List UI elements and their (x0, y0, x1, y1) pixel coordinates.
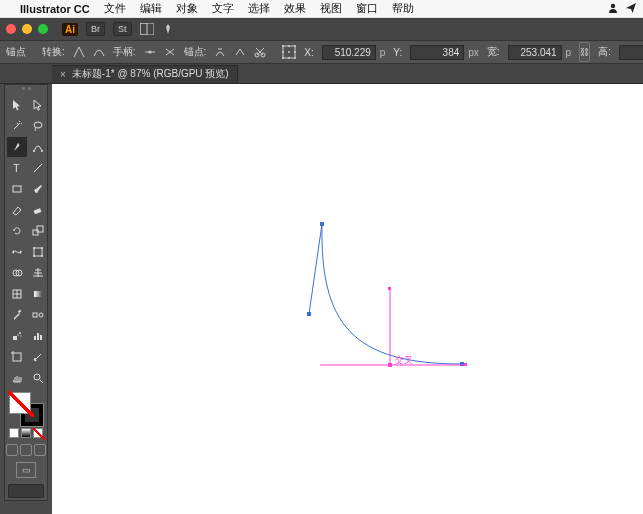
menu-help[interactable]: 帮助 (392, 1, 414, 16)
draw-inside-button[interactable] (34, 444, 46, 456)
width-tool[interactable] (7, 242, 27, 262)
menu-type[interactable]: 文字 (212, 1, 234, 16)
svg-point-55 (19, 332, 21, 334)
w-label: 宽: (487, 45, 500, 59)
link-wh-icon[interactable]: ⛓ (579, 42, 590, 62)
toolbox: T (4, 84, 48, 501)
svg-rect-58 (34, 336, 36, 340)
svg-line-35 (34, 164, 42, 172)
panel-grip[interactable] (7, 87, 45, 93)
zoom-window-button[interactable] (38, 24, 48, 34)
lasso-tool[interactable] (28, 116, 48, 136)
rotate-tool[interactable] (7, 221, 27, 241)
selection-tool[interactable] (7, 95, 27, 115)
cut-path-icon[interactable] (254, 45, 266, 59)
app-menu[interactable]: Illustrator CC (20, 3, 90, 15)
svg-point-57 (20, 335, 21, 336)
svg-point-33 (41, 150, 43, 152)
minimize-window-button[interactable] (22, 24, 32, 34)
menu-effect[interactable]: 效果 (284, 1, 306, 16)
close-window-button[interactable] (6, 24, 16, 34)
none-mode-button[interactable] (33, 428, 43, 438)
svg-rect-52 (33, 313, 37, 317)
canvas[interactable]: 交叉 (52, 84, 643, 514)
tray-paperplane-icon[interactable] (625, 2, 637, 16)
column-graph-tool[interactable] (28, 326, 48, 346)
svg-point-0 (611, 3, 615, 7)
eyedropper-tool[interactable] (7, 305, 27, 325)
svg-point-64 (34, 374, 40, 380)
handles-hide-icon[interactable] (164, 45, 176, 59)
tray-user-icon[interactable] (607, 2, 619, 16)
magic-wand-tool[interactable] (7, 116, 27, 136)
artwork: 交叉 (52, 84, 643, 514)
reference-point-icon[interactable] (282, 45, 296, 59)
svg-point-53 (39, 313, 43, 317)
menu-edit[interactable]: 编辑 (140, 1, 162, 16)
curvature-tool[interactable] (28, 137, 48, 157)
menu-object[interactable]: 对象 (176, 1, 198, 16)
macos-menu-bar: Illustrator CC 文件 编辑 对象 文字 选择 效果 视图 窗口 帮… (0, 0, 643, 18)
direct-selection-tool[interactable] (28, 95, 48, 115)
document-tab-title: 未标题-1* @ 87% (RGB/GPU 预览) (72, 67, 229, 81)
zoom-tool[interactable] (28, 368, 48, 388)
svg-point-15 (294, 45, 296, 47)
document-tab[interactable]: × 未标题-1* @ 87% (RGB/GPU 预览) (52, 65, 238, 83)
ai-home-button[interactable]: Ai (62, 23, 78, 36)
x-field[interactable]: 510.229 (322, 45, 376, 60)
connect-anchor-icon[interactable] (234, 45, 246, 59)
svg-point-32 (33, 150, 35, 152)
paintbrush-tool[interactable] (28, 179, 48, 199)
pen-tool[interactable] (7, 137, 27, 157)
stock-button[interactable]: St (113, 22, 132, 36)
svg-point-20 (288, 57, 290, 59)
draw-normal-button[interactable] (6, 444, 18, 456)
color-swatches: ▭ (7, 392, 45, 498)
svg-point-44 (41, 255, 43, 257)
blend-tool[interactable] (28, 305, 48, 325)
shape-builder-tool[interactable] (7, 263, 27, 283)
free-transform-tool[interactable] (28, 242, 48, 262)
fill-swatch[interactable] (9, 392, 31, 414)
gradient-tool[interactable] (28, 284, 48, 304)
svg-point-17 (288, 51, 290, 53)
screen-mode-button[interactable]: ▭ (16, 462, 36, 478)
hand-tool[interactable] (7, 368, 27, 388)
close-tab-icon[interactable]: × (60, 69, 66, 80)
svg-rect-28 (388, 287, 391, 290)
mesh-tool[interactable] (7, 284, 27, 304)
convert-corner-icon[interactable] (73, 45, 85, 59)
perspective-grid-tool[interactable] (28, 263, 48, 283)
svg-rect-59 (37, 333, 39, 340)
window-controls (6, 24, 48, 34)
y-field[interactable]: 384 (410, 45, 464, 60)
gpu-rocket-icon[interactable] (162, 23, 174, 35)
h-field[interactable]: 249.5 (619, 45, 643, 60)
svg-rect-36 (13, 186, 21, 192)
edit-toolbar-button[interactable] (8, 484, 44, 498)
bridge-button[interactable]: Br (86, 22, 105, 36)
shaper-tool[interactable] (7, 200, 27, 220)
line-tool[interactable] (28, 158, 48, 178)
convert-smooth-icon[interactable] (93, 45, 105, 59)
menu-file[interactable]: 文件 (104, 1, 126, 16)
menu-select[interactable]: 选择 (248, 1, 270, 16)
menu-window[interactable]: 窗口 (356, 1, 378, 16)
menu-view[interactable]: 视图 (320, 1, 342, 16)
slice-tool[interactable] (28, 347, 48, 367)
type-tool[interactable]: T (7, 158, 27, 178)
w-unit: p (566, 47, 572, 58)
scale-tool[interactable] (28, 221, 48, 241)
symbol-sprayer-tool[interactable] (7, 326, 27, 346)
svg-rect-40 (34, 248, 42, 256)
remove-anchor-icon[interactable] (214, 45, 226, 59)
svg-rect-27 (388, 363, 392, 367)
handles-show-icon[interactable] (144, 45, 156, 59)
rectangle-tool[interactable] (7, 179, 27, 199)
w-field[interactable]: 253.041 (508, 45, 562, 60)
draw-behind-button[interactable] (20, 444, 32, 456)
arrange-docs-icon[interactable] (140, 23, 154, 35)
eraser-tool[interactable] (28, 200, 48, 220)
anchors-label: 锚点: (184, 45, 207, 59)
artboard-tool[interactable] (7, 347, 27, 367)
